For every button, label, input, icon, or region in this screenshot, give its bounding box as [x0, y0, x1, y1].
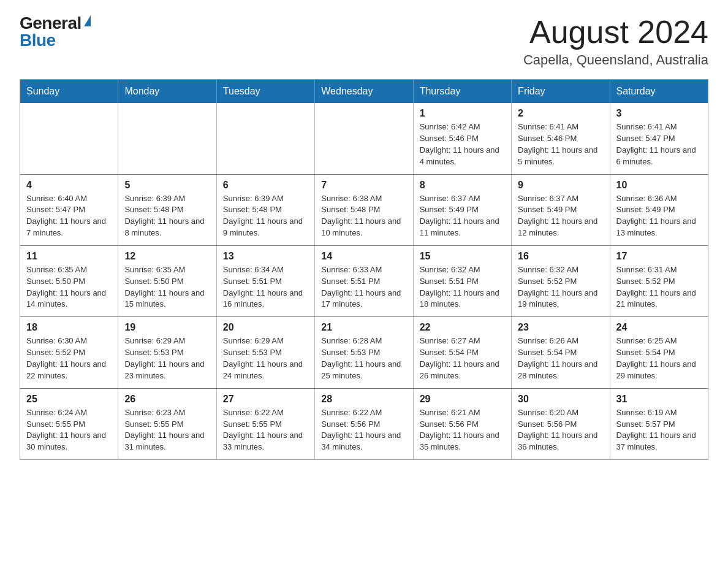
day-number: 26	[124, 394, 210, 405]
calendar-day-cell: 11Sunrise: 6:35 AMSunset: 5:50 PMDayligh…	[20, 245, 118, 316]
logo-blue-text: Blue	[20, 32, 56, 49]
day-info: Sunrise: 6:31 AMSunset: 5:52 PMDaylight:…	[616, 265, 696, 309]
day-number: 9	[518, 180, 603, 191]
day-info: Sunrise: 6:27 AMSunset: 5:54 PMDaylight:…	[420, 336, 499, 380]
day-info: Sunrise: 6:32 AMSunset: 5:52 PMDaylight:…	[518, 265, 597, 309]
calendar-day-cell: 25Sunrise: 6:24 AMSunset: 5:55 PMDayligh…	[20, 388, 118, 459]
calendar-day-cell: 14Sunrise: 6:33 AMSunset: 5:51 PMDayligh…	[315, 245, 413, 316]
day-info: Sunrise: 6:33 AMSunset: 5:51 PMDaylight:…	[321, 265, 401, 309]
day-info: Sunrise: 6:26 AMSunset: 5:54 PMDaylight:…	[518, 336, 597, 380]
page-header: General Blue August 2024 Capella, Queens…	[20, 15, 708, 68]
calendar-day-header: Monday	[118, 80, 216, 104]
calendar-day-cell: 21Sunrise: 6:28 AMSunset: 5:53 PMDayligh…	[315, 317, 413, 388]
day-number: 10	[616, 180, 702, 191]
day-info: Sunrise: 6:22 AMSunset: 5:55 PMDaylight:…	[223, 408, 303, 452]
calendar-day-cell: 26Sunrise: 6:23 AMSunset: 5:55 PMDayligh…	[118, 388, 216, 459]
day-number: 13	[223, 251, 308, 262]
day-info: Sunrise: 6:39 AMSunset: 5:48 PMDaylight:…	[223, 194, 303, 238]
calendar-day-cell	[216, 103, 314, 174]
day-info: Sunrise: 6:39 AMSunset: 5:48 PMDaylight:…	[124, 194, 204, 238]
day-number: 2	[518, 108, 603, 119]
day-info: Sunrise: 6:25 AMSunset: 5:54 PMDaylight:…	[616, 336, 696, 380]
day-info: Sunrise: 6:29 AMSunset: 5:53 PMDaylight:…	[223, 336, 303, 380]
day-info: Sunrise: 6:37 AMSunset: 5:49 PMDaylight:…	[420, 194, 499, 238]
calendar-day-cell: 22Sunrise: 6:27 AMSunset: 5:54 PMDayligh…	[413, 317, 511, 388]
logo-general-text: General	[20, 15, 82, 32]
calendar-day-cell: 12Sunrise: 6:35 AMSunset: 5:50 PMDayligh…	[118, 245, 216, 316]
calendar-day-cell: 9Sunrise: 6:37 AMSunset: 5:49 PMDaylight…	[512, 174, 610, 245]
day-info: Sunrise: 6:41 AMSunset: 5:46 PMDaylight:…	[518, 122, 597, 166]
day-number: 24	[616, 322, 702, 333]
calendar-day-cell: 17Sunrise: 6:31 AMSunset: 5:52 PMDayligh…	[610, 245, 708, 316]
day-number: 21	[321, 322, 406, 333]
day-number: 3	[616, 108, 702, 119]
calendar-day-cell: 31Sunrise: 6:19 AMSunset: 5:57 PMDayligh…	[610, 388, 708, 459]
title-block: August 2024 Capella, Queensland, Austral…	[523, 15, 708, 68]
day-info: Sunrise: 6:41 AMSunset: 5:47 PMDaylight:…	[616, 122, 696, 166]
day-number: 28	[321, 394, 406, 405]
day-info: Sunrise: 6:40 AMSunset: 5:47 PMDaylight:…	[26, 194, 106, 238]
day-info: Sunrise: 6:32 AMSunset: 5:51 PMDaylight:…	[420, 265, 499, 309]
calendar-day-header: Sunday	[20, 80, 118, 104]
day-info: Sunrise: 6:23 AMSunset: 5:55 PMDaylight:…	[124, 408, 204, 452]
day-number: 23	[518, 322, 603, 333]
day-number: 22	[420, 322, 505, 333]
day-info: Sunrise: 6:19 AMSunset: 5:57 PMDaylight:…	[616, 408, 696, 452]
day-number: 7	[321, 180, 406, 191]
day-number: 14	[321, 251, 406, 262]
calendar-week-row: 18Sunrise: 6:30 AMSunset: 5:52 PMDayligh…	[20, 317, 708, 388]
calendar-day-cell: 30Sunrise: 6:20 AMSunset: 5:56 PMDayligh…	[512, 388, 610, 459]
calendar-day-cell: 2Sunrise: 6:41 AMSunset: 5:46 PMDaylight…	[512, 103, 610, 174]
calendar-day-cell: 18Sunrise: 6:30 AMSunset: 5:52 PMDayligh…	[20, 317, 118, 388]
day-info: Sunrise: 6:21 AMSunset: 5:56 PMDaylight:…	[420, 408, 499, 452]
day-info: Sunrise: 6:38 AMSunset: 5:48 PMDaylight:…	[321, 194, 401, 238]
day-info: Sunrise: 6:35 AMSunset: 5:50 PMDaylight:…	[124, 265, 204, 309]
calendar-week-row: 25Sunrise: 6:24 AMSunset: 5:55 PMDayligh…	[20, 388, 708, 459]
day-number: 6	[223, 180, 308, 191]
month-title: August 2024	[523, 15, 708, 50]
calendar-day-cell: 10Sunrise: 6:36 AMSunset: 5:49 PMDayligh…	[610, 174, 708, 245]
calendar-day-header: Tuesday	[216, 80, 314, 104]
calendar-day-cell	[118, 103, 216, 174]
calendar-day-cell: 28Sunrise: 6:22 AMSunset: 5:56 PMDayligh…	[315, 388, 413, 459]
day-info: Sunrise: 6:34 AMSunset: 5:51 PMDaylight:…	[223, 265, 303, 309]
calendar-day-cell: 27Sunrise: 6:22 AMSunset: 5:55 PMDayligh…	[216, 388, 314, 459]
day-info: Sunrise: 6:28 AMSunset: 5:53 PMDaylight:…	[321, 336, 401, 380]
calendar-day-cell: 4Sunrise: 6:40 AMSunset: 5:47 PMDaylight…	[20, 174, 118, 245]
calendar-day-cell: 6Sunrise: 6:39 AMSunset: 5:48 PMDaylight…	[216, 174, 314, 245]
day-info: Sunrise: 6:22 AMSunset: 5:56 PMDaylight:…	[321, 408, 401, 452]
day-number: 4	[26, 180, 112, 191]
calendar-day-cell: 3Sunrise: 6:41 AMSunset: 5:47 PMDaylight…	[610, 103, 708, 174]
calendar-day-cell: 29Sunrise: 6:21 AMSunset: 5:56 PMDayligh…	[413, 388, 511, 459]
day-info: Sunrise: 6:29 AMSunset: 5:53 PMDaylight:…	[124, 336, 204, 380]
day-info: Sunrise: 6:20 AMSunset: 5:56 PMDaylight:…	[518, 408, 597, 452]
calendar-day-cell: 13Sunrise: 6:34 AMSunset: 5:51 PMDayligh…	[216, 245, 314, 316]
calendar-day-cell: 23Sunrise: 6:26 AMSunset: 5:54 PMDayligh…	[512, 317, 610, 388]
calendar-header-row: SundayMondayTuesdayWednesdayThursdayFrid…	[20, 80, 708, 104]
calendar-day-header: Saturday	[610, 80, 708, 104]
day-number: 20	[223, 322, 308, 333]
calendar-day-cell: 1Sunrise: 6:42 AMSunset: 5:46 PMDaylight…	[413, 103, 511, 174]
calendar-day-cell: 15Sunrise: 6:32 AMSunset: 5:51 PMDayligh…	[413, 245, 511, 316]
logo-triangle-icon	[84, 15, 91, 26]
day-info: Sunrise: 6:35 AMSunset: 5:50 PMDaylight:…	[26, 265, 106, 309]
day-number: 29	[420, 394, 505, 405]
calendar-day-cell	[20, 103, 118, 174]
day-number: 17	[616, 251, 702, 262]
day-info: Sunrise: 6:37 AMSunset: 5:49 PMDaylight:…	[518, 194, 597, 238]
day-info: Sunrise: 6:36 AMSunset: 5:49 PMDaylight:…	[616, 194, 696, 238]
day-number: 1	[420, 108, 505, 119]
calendar-week-row: 11Sunrise: 6:35 AMSunset: 5:50 PMDayligh…	[20, 245, 708, 316]
day-number: 12	[124, 251, 210, 262]
calendar-day-cell: 5Sunrise: 6:39 AMSunset: 5:48 PMDaylight…	[118, 174, 216, 245]
day-number: 18	[26, 322, 112, 333]
day-number: 19	[124, 322, 210, 333]
calendar-day-cell: 8Sunrise: 6:37 AMSunset: 5:49 PMDaylight…	[413, 174, 511, 245]
day-number: 8	[420, 180, 505, 191]
calendar-day-header: Friday	[512, 80, 610, 104]
calendar-week-row: 1Sunrise: 6:42 AMSunset: 5:46 PMDaylight…	[20, 103, 708, 174]
calendar-day-header: Thursday	[413, 80, 511, 104]
calendar-day-cell: 7Sunrise: 6:38 AMSunset: 5:48 PMDaylight…	[315, 174, 413, 245]
calendar-day-cell	[315, 103, 413, 174]
location-title: Capella, Queensland, Australia	[523, 52, 708, 68]
